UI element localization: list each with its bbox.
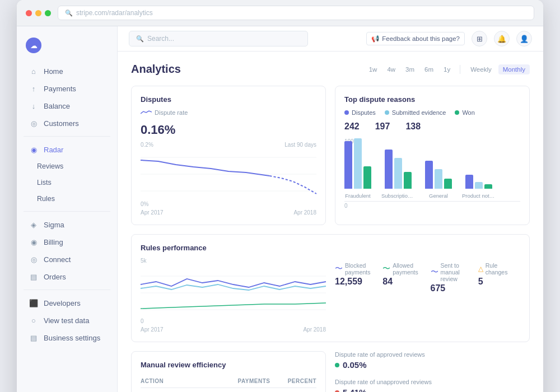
- allowed-value: 84: [382, 277, 424, 287]
- sidebar-item-home[interactable]: ⌂ Home: [20, 63, 114, 80]
- sidebar-item-connect[interactable]: ◎ Connect: [20, 251, 114, 268]
- sidebar-item-test-data[interactable]: ○ View test data: [20, 312, 114, 329]
- rules-svg: [141, 265, 326, 315]
- manual-review-title: Manual review efficiency: [141, 361, 316, 369]
- rules-y-max: 5k: [141, 258, 326, 264]
- dot-red: [26, 10, 32, 16]
- page-title: Analytics: [131, 63, 181, 76]
- sidebar-item-radar[interactable]: ◉ Radar: [20, 141, 114, 158]
- bar-won-subscription: [404, 172, 412, 189]
- account-button[interactable]: 👤: [516, 31, 532, 46]
- bottom-section: Manual review efficiency ACTION PAYMENTS…: [131, 351, 530, 392]
- sidebar-label-connect: Connect: [44, 255, 71, 264]
- metric-rule-changes: △ Rule changes 5: [478, 262, 520, 293]
- view-monthly[interactable]: Monthly: [498, 64, 530, 74]
- sidebar-item-customers[interactable]: ◎ Customers: [20, 115, 114, 132]
- bar-label-subscription: Subscription canc...: [381, 193, 415, 199]
- dispute-rate-value: 0.16%: [141, 123, 316, 137]
- blocked-label-text: Blocked payments: [345, 262, 377, 276]
- bar-disputes-product: [465, 175, 473, 189]
- sidebar-item-developers[interactable]: ⬛ Developers: [20, 295, 114, 311]
- bar-group-product: Product not recei...: [462, 175, 496, 199]
- sidebar-item-reviews[interactable]: Reviews: [20, 158, 114, 174]
- rules-performance-card: Rules performance 5k: [131, 234, 530, 342]
- browser-address-bar[interactable]: 🔍 stripe.com/radar/analytics: [58, 6, 534, 20]
- metric-allowed: 〜 Allowed payments 84: [382, 262, 424, 293]
- payments-icon: ↑: [29, 84, 38, 93]
- sidebar-item-lists[interactable]: Lists: [20, 175, 114, 190]
- rule-changes-label: △ Rule changes: [478, 262, 520, 276]
- bookmark-button[interactable]: ⊞: [472, 31, 487, 46]
- view-weekly[interactable]: Weekly: [466, 64, 496, 74]
- num-won: 138: [405, 122, 421, 132]
- bar-chart-container: 100 Fraudulent: [344, 138, 520, 209]
- time-4w[interactable]: 4w: [383, 64, 399, 74]
- bar-set-fraudulent: [344, 138, 371, 189]
- bar-group-subscription: Subscription canc...: [381, 150, 415, 199]
- developers-icon: ⬛: [29, 298, 38, 307]
- legend-won: Won: [455, 109, 474, 116]
- time-3m[interactable]: 3m: [402, 64, 418, 74]
- annotation-label: Last 90 days: [284, 142, 316, 148]
- approved-rate-section: Dispute rate of approved reviews 0.05%: [335, 351, 530, 370]
- rule-changes-value: 5: [478, 277, 520, 287]
- bar-submitted-subscription: [394, 158, 402, 189]
- browser-chrome: 🔍 stripe.com/radar/analytics: [17, 0, 543, 26]
- page-header: Analytics 1w 4w 3m 6m 1y Weekly: [131, 63, 530, 76]
- bar-disputes-general: [425, 161, 433, 189]
- sidebar-item-billing[interactable]: ◉ Billing: [20, 234, 114, 250]
- nav-divider-2: [24, 211, 110, 212]
- sidebar: ☁ ⌂ Home ↑ Payments ↓ Balance ◎ C: [17, 26, 118, 392]
- unapproved-status-dot: [335, 390, 339, 393]
- legend-dot-submitted: [385, 110, 389, 115]
- time-1y[interactable]: 1y: [440, 64, 454, 74]
- sidebar-label-payments: Payments: [44, 85, 76, 93]
- sidebar-item-orders[interactable]: ▤ Orders: [20, 268, 114, 285]
- orders-icon: ▤: [29, 272, 38, 281]
- bar-submitted-fraudulent: [354, 138, 362, 189]
- count-won: 138: [405, 122, 421, 132]
- rules-metrics-area: 〜 Blocked payments 12,559 〜 Allowe: [335, 258, 520, 333]
- time-6m[interactable]: 6m: [421, 64, 437, 74]
- bell-icon: 🔔: [497, 35, 506, 43]
- billing-icon: ◉: [29, 237, 38, 246]
- top-disputes-legend: Disputes Submitted evidence Won: [344, 109, 520, 116]
- main-content: Analytics 1w 4w 3m 6m 1y Weekly: [118, 52, 543, 392]
- browser-window: 🔍 stripe.com/radar/analytics ☁ ⌂ Home ↑ …: [17, 0, 543, 392]
- bar-label-general: General: [429, 193, 448, 199]
- manual-review-table-header: ACTION PAYMENTS PERCENT: [141, 375, 316, 388]
- time-1w[interactable]: 1w: [365, 64, 381, 74]
- legend-dot-won: [455, 110, 459, 115]
- sidebar-item-sigma[interactable]: ◈ Sigma: [20, 216, 114, 233]
- sidebar-label-rules: Rules: [37, 195, 55, 203]
- feedback-icon: 📢: [371, 35, 379, 43]
- sidebar-item-rules[interactable]: Rules: [20, 191, 114, 207]
- topbar-search[interactable]: 🔍 Search...: [129, 31, 308, 46]
- app-body: ☁ ⌂ Home ↑ Payments ↓ Balance ◎ C: [17, 26, 543, 392]
- manual-label: 〜 Sent to manual review: [431, 262, 473, 282]
- sidebar-label-customers: Customers: [44, 119, 79, 128]
- sidebar-nav: ⌂ Home ↑ Payments ↓ Balance ◎ Customers: [17, 62, 117, 392]
- connect-icon: ◎: [29, 255, 38, 264]
- legend-label-disputes: Disputes: [352, 109, 376, 116]
- approved-rate-number: 0.05%: [343, 360, 367, 370]
- bar-disputes-subscription: [385, 150, 393, 189]
- bar-won-product: [484, 184, 492, 189]
- disputes-y-labels: 0.2% Last 90 days: [141, 142, 316, 148]
- notifications-button[interactable]: 🔔: [494, 31, 510, 46]
- feedback-button[interactable]: 📢 Feedback about this page?: [366, 32, 465, 45]
- sidebar-item-balance[interactable]: ↓ Balance: [20, 97, 114, 114]
- sigma-icon: ◈: [29, 220, 38, 229]
- bar-won-fraudulent: [363, 166, 371, 189]
- rules-content: 5k: [141, 258, 520, 333]
- disputes-card: Disputes Dispute rate 0.16% 0.2%: [131, 86, 326, 225]
- th-action: ACTION: [141, 378, 224, 384]
- bar-label-product: Product not recei...: [462, 193, 496, 199]
- search-placeholder: Search...: [147, 35, 174, 43]
- time-controls: 1w 4w 3m 6m 1y Weekly Monthly: [365, 64, 530, 74]
- sidebar-item-payments[interactable]: ↑ Payments: [20, 80, 114, 97]
- bar-y-min: 0: [344, 203, 520, 209]
- legend-label-won: Won: [462, 109, 474, 116]
- sidebar-item-business-settings[interactable]: ▤ Business settings: [20, 329, 114, 346]
- blocked-icon: 〜: [335, 264, 343, 274]
